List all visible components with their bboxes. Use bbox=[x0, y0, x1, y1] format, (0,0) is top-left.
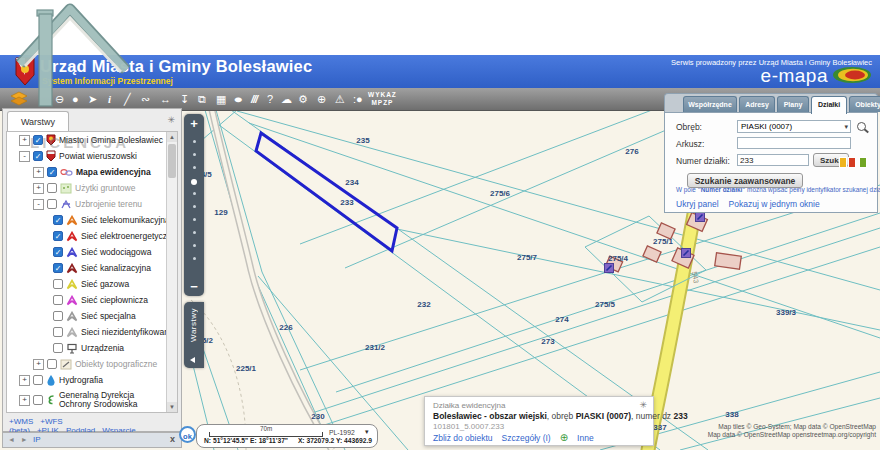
layer-checkbox-sie-telekomunikacyjna[interactable]: ✓ bbox=[53, 215, 63, 225]
zoom-out-button[interactable]: − bbox=[184, 279, 204, 294]
net-power-icon bbox=[66, 231, 78, 242]
zoom-slider-dot[interactable] bbox=[193, 153, 196, 156]
zoom-search-icon[interactable]: ⊕ bbox=[317, 92, 326, 106]
layer-checkbox-obiekty-topograficzne[interactable] bbox=[47, 359, 57, 369]
zoom-level-marker[interactable] bbox=[191, 179, 197, 185]
minibar-close-button[interactable]: x bbox=[170, 434, 175, 444]
tab-adresy[interactable]: Adresy bbox=[739, 96, 775, 112]
info-link-zbli-do-obiektu[interactable]: Zbliż do obiektu bbox=[433, 433, 493, 443]
layer-checkbox-mapa-ewidencyjna[interactable]: ✓ bbox=[47, 167, 57, 177]
legend-color-1[interactable] bbox=[848, 157, 856, 168]
panel-link-pokazuj-w-jednym-oknie[interactable]: Pokazuj w jednym oknie bbox=[729, 199, 820, 209]
expand-icon[interactable]: + bbox=[33, 183, 44, 194]
expand-icon[interactable]: + bbox=[33, 359, 44, 370]
settings-icon[interactable]: ⚙ bbox=[298, 92, 308, 106]
expand-icon[interactable]: + bbox=[19, 395, 30, 406]
layer-checkbox-sie-wodoci-gowa[interactable]: ✓ bbox=[53, 247, 63, 257]
search-icon[interactable] bbox=[857, 122, 866, 131]
tab-wsp-rz-dne[interactable]: Współrzędne bbox=[683, 96, 737, 112]
layer-checkbox-sie-gazowa[interactable] bbox=[53, 279, 63, 289]
select-area-icon[interactable]: ● bbox=[72, 92, 79, 106]
zoom-slider-dot[interactable] bbox=[193, 231, 196, 234]
info-panel-close-icon[interactable]: ✳ bbox=[639, 400, 647, 410]
zoom-slider-dot[interactable] bbox=[193, 257, 196, 260]
arkusz-input[interactable] bbox=[737, 137, 851, 149]
scroll-down-icon[interactable]: ▼ bbox=[167, 402, 177, 412]
layer-checkbox-powiat-wieruszowski[interactable]: ✓ bbox=[33, 151, 43, 161]
minibar-nav-arrows[interactable]: ◄ ► bbox=[8, 436, 30, 443]
layers-icon[interactable] bbox=[10, 91, 28, 107]
panel-link-ukryj-panel[interactable]: Ukryj panel bbox=[676, 199, 719, 209]
layer-checkbox-hydrografia[interactable] bbox=[33, 375, 43, 385]
collapse-icon[interactable]: - bbox=[33, 199, 44, 210]
layer-checkbox-miasto-i-gmina-boles-awiec[interactable]: ✓ bbox=[33, 135, 43, 145]
sidebar-link-wms[interactable]: +WMS bbox=[9, 417, 33, 426]
cloud-download-icon[interactable]: ☁ bbox=[281, 92, 292, 106]
legend-color-0[interactable] bbox=[839, 157, 847, 168]
wykaz-mpzp-button[interactable]: WYKAZ MPZP bbox=[368, 91, 397, 107]
crs-dropdown-icon[interactable]: ▾ bbox=[365, 428, 369, 436]
scroll-up-icon[interactable]: ▲ bbox=[167, 132, 177, 142]
info-panel-title: Działka ewidencyjna bbox=[433, 401, 505, 410]
zoom-slider-dot[interactable] bbox=[193, 166, 196, 169]
sidebar-close-icon[interactable]: ✳ bbox=[167, 115, 175, 125]
map-attribution: Map tiles © Geo-System; Map data © OpenS… bbox=[708, 423, 876, 439]
expand-icon[interactable]: + bbox=[19, 375, 30, 386]
zoom-in-button[interactable]: + bbox=[184, 116, 204, 131]
minibar-ip-link[interactable]: IP bbox=[33, 435, 41, 444]
tab-dzia-ki[interactable]: Działki bbox=[811, 96, 847, 114]
info-link-szczeg-y-i[interactable]: Szczegóły (I) bbox=[502, 433, 551, 443]
zoom-slider-dot[interactable] bbox=[193, 140, 196, 143]
parcel-label-339-3: 339/3 bbox=[776, 308, 796, 317]
layer-row-sie-wodoci-gowa: ✓Sieć wodociągowa bbox=[7, 244, 177, 260]
zoom-slider-dot[interactable] bbox=[193, 205, 196, 208]
pointer-icon[interactable]: ➤ bbox=[88, 92, 97, 106]
zoom-slider-dot[interactable] bbox=[193, 218, 196, 221]
slashes-icon[interactable]: /// bbox=[251, 92, 257, 106]
parcel-number: 233 bbox=[674, 411, 688, 421]
ok-button[interactable]: ok bbox=[179, 426, 196, 443]
layer-checkbox-generalna-dyrekcja-ochrony-rodowiska[interactable] bbox=[33, 395, 43, 405]
layer-checkbox-uzbrojenie-terenu[interactable] bbox=[47, 199, 57, 209]
warning-icon[interactable]: ⚠ bbox=[335, 92, 345, 106]
comment-icon[interactable]: ● bbox=[233, 92, 243, 106]
zoom-out-icon[interactable]: ⊖ bbox=[55, 92, 64, 106]
layers-collapse-tab[interactable]: Warstwy bbox=[184, 302, 204, 368]
table-icon[interactable]: ▦ bbox=[216, 92, 226, 106]
layer-checkbox-sie-elektroenergetyczna[interactable]: ✓ bbox=[53, 231, 63, 241]
layer-checkbox-sie-specjalna[interactable] bbox=[53, 311, 63, 321]
net-special-icon bbox=[66, 311, 78, 322]
download-point-icon[interactable]: ↧ bbox=[180, 92, 189, 106]
layer-checkbox-urz-dzenia[interactable] bbox=[53, 343, 63, 353]
layer-checkbox-sie-kanalizacyjna[interactable]: ✓ bbox=[53, 263, 63, 273]
zoom-slider-dot[interactable] bbox=[193, 244, 196, 247]
tab-obiekty[interactable]: Obiekty bbox=[849, 96, 880, 112]
layer-checkbox-u-ytki-gruntowe[interactable] bbox=[47, 183, 57, 193]
parcel-label-235: 235 bbox=[356, 136, 369, 145]
zoom-slider-dot[interactable] bbox=[193, 192, 196, 195]
draw-line-icon[interactable]: ╱ bbox=[124, 92, 131, 106]
layer-checkbox-sieci-niezidentyfikowane[interactable] bbox=[53, 327, 63, 337]
collapse-icon[interactable]: - bbox=[19, 151, 30, 162]
info-link-inne[interactable]: Inne bbox=[577, 433, 594, 443]
parcel-label-129: 129 bbox=[214, 208, 227, 217]
measure-distance-icon[interactable]: ↔ bbox=[160, 92, 171, 106]
expand-icon[interactable]: + bbox=[33, 167, 44, 178]
obreb-select[interactable]: PIASKI (0007) ▾ bbox=[737, 120, 851, 133]
layer-checkbox-sie-ciep-ownicza[interactable] bbox=[53, 295, 63, 305]
advanced-search-button[interactable]: Szukanie zaawansowane bbox=[687, 173, 803, 188]
tree-scrollbar[interactable]: ▲ ▼ bbox=[166, 132, 177, 412]
copy-icon[interactable]: ⧉ bbox=[198, 92, 206, 106]
tab-plany[interactable]: Plany bbox=[777, 96, 809, 112]
scroll-thumb[interactable] bbox=[168, 144, 176, 178]
legend-color-2[interactable] bbox=[859, 157, 867, 168]
info-icon[interactable]: i bbox=[108, 92, 111, 106]
expand-icon[interactable]: + bbox=[19, 135, 30, 146]
tab-warstwy[interactable]: Warstwy bbox=[7, 111, 69, 132]
numer-dzialki-input[interactable] bbox=[737, 154, 809, 166]
link-icon[interactable]: ∾ bbox=[141, 92, 150, 106]
add-icon[interactable]: ⊕ bbox=[560, 432, 568, 443]
profile-icon[interactable]: :● bbox=[353, 92, 363, 106]
help-icon[interactable]: ? bbox=[267, 92, 273, 106]
search-panel-body: Obręb: PIASKI (0007) ▾ Arkusz: Numer dzi… bbox=[664, 112, 878, 213]
